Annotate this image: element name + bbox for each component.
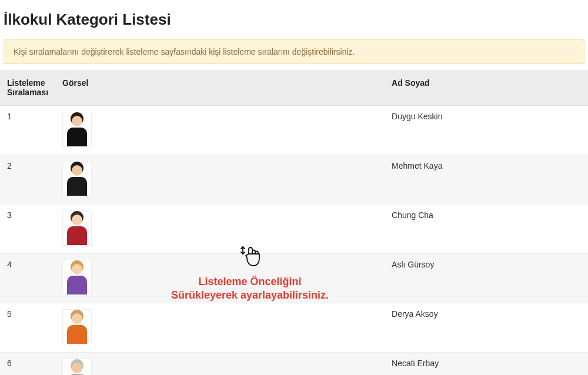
cell-order: 4 xyxy=(0,254,55,303)
cell-image xyxy=(55,205,385,254)
cell-order: 1 xyxy=(0,106,55,155)
cell-order: 6 xyxy=(0,353,55,376)
cell-image xyxy=(55,155,385,205)
table-row[interactable]: 5Derya Aksoy xyxy=(0,303,588,353)
cell-image xyxy=(55,106,385,155)
table-row[interactable]: 3Chung Cha xyxy=(0,205,588,254)
people-table: Listeleme Sıralaması Görsel Ad Soyad 1Du… xyxy=(0,70,588,375)
th-name: Ad Soyad xyxy=(385,70,588,106)
info-alert: Kişi sıralamalarını değiştirerek listele… xyxy=(4,39,584,64)
cell-image xyxy=(55,303,385,353)
table-row[interactable]: 1Duygu Keskin xyxy=(0,106,588,155)
cell-name: Chung Cha xyxy=(385,205,588,254)
avatar xyxy=(62,112,92,147)
cell-name: Aslı Gürsoy xyxy=(385,254,588,303)
table-row[interactable]: 6Necati Erbay xyxy=(0,353,588,376)
cell-name: Mehmet Kaya xyxy=(385,155,588,205)
cell-name: Duygu Keskin xyxy=(385,106,588,155)
avatar xyxy=(62,161,92,196)
avatar xyxy=(62,260,92,295)
th-order: Listeleme Sıralaması xyxy=(0,70,55,106)
table-row[interactable]: 4Aslı Gürsoy xyxy=(0,254,588,303)
table-row[interactable]: 2Mehmet Kaya xyxy=(0,155,588,205)
th-image: Görsel xyxy=(55,70,385,106)
cell-order: 2 xyxy=(0,155,55,205)
cell-image xyxy=(55,254,385,303)
cell-image xyxy=(55,353,385,376)
cell-name: Necati Erbay xyxy=(385,353,588,376)
avatar xyxy=(62,359,92,375)
table-wrap: Listeleme Sıralaması Görsel Ad Soyad 1Du… xyxy=(0,70,588,375)
avatar xyxy=(62,309,92,344)
page-title: İlkokul Kategori Listesi xyxy=(0,0,588,37)
avatar xyxy=(62,210,92,246)
cell-name: Derya Aksoy xyxy=(385,303,588,353)
cell-order: 5 xyxy=(0,303,55,353)
cell-order: 3 xyxy=(0,205,55,254)
